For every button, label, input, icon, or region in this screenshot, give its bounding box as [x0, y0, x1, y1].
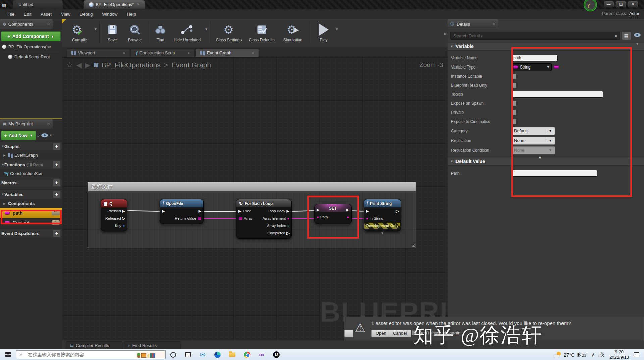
mail-button[interactable]: ✉ [195, 349, 210, 360]
tab-viewport[interactable]: Viewport ● [66, 48, 130, 57]
collapse-arrow-icon[interactable]: ▶ [3, 202, 6, 205]
tab-find-results[interactable]: ⌕ Find Results [124, 341, 181, 349]
tooltip-input[interactable] [511, 91, 603, 98]
panel-close-icon[interactable]: ✕ [47, 122, 50, 126]
node-for-each-loop[interactable]: ↻ For Each Loop ▶Exec Loop Body▶ ▦Array … [236, 199, 292, 239]
taskbar-search-input[interactable] [28, 352, 128, 357]
eye-closed-icon[interactable] [52, 211, 60, 215]
simulation-button[interactable]: ⚙ ▶ Simulation [278, 21, 308, 42]
tab-construction-script[interactable]: f Construction Scrip ● [131, 48, 195, 57]
node-print-string[interactable]: f Print String ▶ ▶ ●In String Developmen… [364, 199, 401, 231]
event-dispatchers-header[interactable]: Event Dispatchers + [0, 229, 62, 238]
add-function-button[interactable]: + [53, 161, 60, 168]
default-path-input[interactable] [511, 170, 597, 177]
my-blueprint-panel-tab[interactable]: ▤ My Blueprint ✕ [0, 119, 53, 129]
compile-dropdown-icon[interactable]: ▼ [94, 27, 97, 31]
class-defaults-button[interactable]: Class Defaults [245, 21, 278, 42]
start-button[interactable] [0, 352, 16, 357]
save-button[interactable]: Save [102, 21, 123, 42]
visual-studio-button[interactable]: ∞ [254, 349, 269, 360]
menu-edit[interactable]: Edit [20, 10, 35, 18]
property-matrix-button[interactable]: ▦ [622, 31, 631, 40]
hide-unrelated-button[interactable]: Hide Unrelated [170, 21, 205, 42]
menu-window[interactable]: Window [98, 10, 121, 18]
taskbar-search-box[interactable]: ⌕ [16, 350, 166, 359]
search-icon[interactable]: ⌕ [37, 133, 40, 138]
expose-on-spawn-checkbox[interactable] [511, 101, 516, 106]
node-set-path[interactable]: SET ▶ ▶ ●Path ● [314, 204, 352, 224]
blueprint-read-only-checkbox[interactable] [511, 83, 516, 88]
tab-close-icon[interactable]: ● [123, 51, 125, 55]
language-indicator[interactable]: 英 [600, 352, 605, 358]
tab-close-icon[interactable]: ✕ [137, 2, 140, 7]
variable-item-content[interactable]: Content [0, 218, 62, 227]
cortana-button[interactable] [166, 349, 180, 360]
variable-section-header[interactable]: ▼ Variable [448, 42, 644, 51]
toolbar-overflow-icon[interactable]: » [444, 31, 446, 37]
string-pin-icon[interactable]: ● [347, 215, 349, 219]
variable-item-path[interactable]: path [0, 208, 62, 218]
functions-section-header[interactable]: ▼ Functions (18 Overri + [0, 160, 62, 169]
restore-button[interactable]: ❐ [616, 1, 626, 7]
event-graph-item[interactable]: ▶ EventGraph [0, 151, 62, 160]
menu-help[interactable]: Help [123, 10, 140, 18]
exec-pin-icon[interactable]: ▶ [366, 209, 369, 213]
details-panel-tab[interactable]: ⓘ Details ✕ [448, 19, 498, 29]
window-tab-bp-fileoperations[interactable]: BP_FileOperations* ✕ [83, 0, 145, 9]
visibility-eye-icon[interactable] [41, 133, 48, 137]
expose-to-cinematics-checkbox[interactable] [511, 119, 516, 124]
node-expand-arrow-icon[interactable]: ▼ [381, 231, 384, 235]
key-pin-icon[interactable]: ● [123, 223, 125, 228]
node-key-event-q[interactable]: ▦ Q Pressed▶ Released▶ Key● [101, 199, 127, 231]
variable-type-dropdown[interactable]: String ▼ [511, 63, 552, 71]
play-button[interactable]: Play [312, 21, 335, 42]
eye-closed-icon[interactable] [52, 220, 60, 225]
exec-pin-icon[interactable]: ▶ [317, 208, 319, 212]
panel-close-icon[interactable]: ✕ [47, 22, 50, 26]
tab-event-graph[interactable]: Event Graph ● [195, 48, 259, 57]
add-variable-button[interactable]: + [53, 191, 60, 198]
menu-debug[interactable]: Debug [76, 10, 97, 18]
array-pin-icon[interactable]: ▦ [238, 216, 242, 221]
components-panel-tab[interactable]: ⚙ Components ✕ [0, 19, 53, 29]
taskbar-clock[interactable]: 9:20 2022/9/13 [609, 349, 629, 360]
window-tab-untitled[interactable]: Untitled [13, 0, 63, 9]
notification-center-icon[interactable] [634, 352, 639, 357]
int-pin-icon[interactable]: ○ [287, 224, 289, 228]
edge-button[interactable] [210, 349, 225, 360]
collapse-arrow-icon[interactable]: ▶ [3, 154, 6, 157]
parent-class-link[interactable]: Actor [629, 11, 639, 16]
component-item-root[interactable]: BP_FileOperations(se [0, 43, 62, 51]
column-divider[interactable] [511, 166, 512, 192]
exec-pin-icon[interactable]: ▶ [287, 231, 289, 235]
panel-close-icon[interactable]: ✕ [493, 22, 495, 26]
string-pin-icon[interactable]: ● [287, 216, 289, 220]
exec-pin-icon[interactable]: ▶ [396, 209, 399, 213]
tab-close-icon[interactable]: ● [252, 51, 254, 55]
details-search-field[interactable]: ⌕ [450, 32, 620, 40]
task-view-button[interactable] [180, 349, 195, 360]
array-pin-icon[interactable]: ▦ [198, 216, 201, 221]
construction-script-item[interactable]: ↷f ConstructionScri [0, 169, 62, 178]
exec-pin-icon[interactable]: ▶ [346, 208, 349, 212]
replication-dropdown[interactable]: None ▼ [511, 137, 555, 145]
graphs-section-header[interactable]: ▼ Graphs + [0, 142, 62, 151]
minimize-button[interactable]: — [604, 1, 614, 7]
play-dropdown-icon[interactable]: ▼ [335, 27, 339, 31]
add-event-dispatcher-button[interactable]: + [53, 230, 60, 237]
class-settings-button[interactable]: ⚙ Class Settings [212, 21, 245, 42]
menu-view[interactable]: View [57, 10, 74, 18]
chrome-button[interactable] [239, 349, 254, 360]
variable-name-input[interactable] [511, 55, 558, 61]
chevron-down-icon[interactable]: ▼ [49, 134, 52, 137]
exec-pin-icon[interactable]: ▶ [199, 209, 201, 213]
private-checkbox[interactable] [511, 110, 516, 115]
exec-pin-icon[interactable]: ▶ [162, 209, 165, 213]
file-explorer-button[interactable] [225, 349, 239, 360]
instance-editable-checkbox[interactable] [511, 74, 516, 79]
add-component-button[interactable]: + Add Component ▼ [1, 31, 61, 41]
close-button[interactable]: ✕ [628, 1, 638, 7]
details-search-input[interactable] [451, 32, 620, 39]
string-pin-icon[interactable]: ● [366, 216, 368, 220]
menu-asset[interactable]: Asset [37, 10, 56, 18]
